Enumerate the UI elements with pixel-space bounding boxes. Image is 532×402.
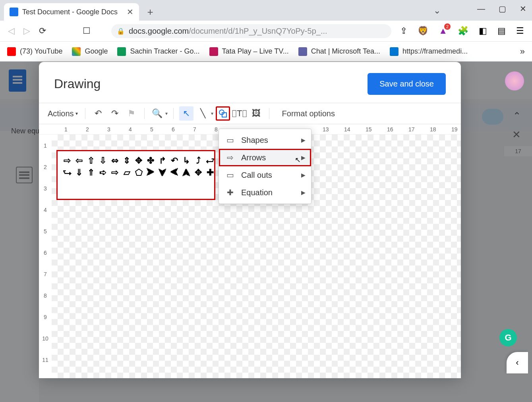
youtube-icon bbox=[7, 47, 16, 56]
arrow-shape-option[interactable]: ⇨ bbox=[109, 167, 120, 178]
arrow-shape-option[interactable]: ⮐ bbox=[205, 155, 216, 166]
arrow-shape-option[interactable]: ⇕ bbox=[121, 155, 132, 166]
arrow-shape-option[interactable]: ⇩ bbox=[97, 155, 108, 166]
extensions-icon[interactable]: 🧩 bbox=[458, 26, 468, 36]
brave-shield-icon[interactable]: 🦁 bbox=[418, 26, 428, 36]
menu-icon[interactable]: ☰ bbox=[516, 26, 524, 36]
paint-format-icon[interactable]: ⚑ bbox=[124, 106, 139, 121]
wallet-icon[interactable]: ▤ bbox=[497, 26, 506, 36]
arrow-shape-option[interactable]: ↶ bbox=[169, 155, 180, 166]
redo-icon[interactable]: ↷ bbox=[108, 106, 122, 121]
bookmark-sheets[interactable]: Sachin Tracker - Go... bbox=[117, 47, 199, 56]
dialog-header: Drawing Save and close bbox=[39, 62, 461, 103]
arrow-shape-option[interactable]: ⇔ bbox=[109, 155, 120, 166]
arrow-shape-option[interactable]: ⇨ bbox=[62, 155, 73, 166]
zoom-icon[interactable]: 🔍 bbox=[150, 106, 164, 121]
brave-rewards-icon[interactable]: ▲2 bbox=[439, 26, 447, 36]
arrow-shape-option[interactable]: ⮜ bbox=[169, 167, 180, 178]
arrow-shape-option[interactable]: ✥ bbox=[193, 167, 204, 178]
bookmark-onedrive[interactable]: https://framedmedi... bbox=[390, 47, 468, 56]
arrow-shape-option[interactable]: ⇦ bbox=[74, 155, 85, 166]
arrow-shape-option[interactable]: ✤ bbox=[145, 155, 156, 166]
arrow-shape-option[interactable]: ⮟ bbox=[157, 167, 168, 178]
arrow-shape-option[interactable]: ⮞ bbox=[145, 167, 156, 178]
equation-bar-close-icon[interactable]: ✕ bbox=[512, 129, 521, 141]
menu-item-shapes[interactable]: ▭ Shapes ▶ bbox=[219, 131, 311, 149]
tab-dropdown-icon[interactable]: ⌄ bbox=[433, 6, 441, 16]
bookmark-teams[interactable]: Chat | Microsoft Tea... bbox=[298, 47, 380, 56]
grammarly-badge-icon[interactable]: G bbox=[499, 329, 517, 346]
toolbar-right-icons: ⇪ 🦁 ▲2 🧩 ◧ ▤ ☰ bbox=[400, 26, 524, 36]
forward-icon[interactable]: ▷ bbox=[23, 26, 30, 36]
minimize-icon[interactable]: — bbox=[477, 4, 485, 13]
format-options-button[interactable]: Format options bbox=[282, 109, 335, 118]
window-controls: — ▢ ✕ bbox=[477, 4, 526, 13]
arrow-shape-option[interactable]: ⤴ bbox=[193, 155, 204, 166]
undo-icon[interactable]: ↶ bbox=[91, 106, 105, 121]
new-tab-button[interactable]: + bbox=[143, 5, 157, 19]
arrow-shape-option[interactable]: ↳ bbox=[181, 155, 192, 166]
arrow-shape-option[interactable]: ⇧ bbox=[85, 155, 97, 166]
arrow-shape-option[interactable]: ⮝ bbox=[181, 167, 192, 178]
url-field[interactable]: 🔒 docs.google.com/document/d/1hP_y_UsnQ7… bbox=[111, 24, 391, 38]
arrow-grid: ⇨⇦⇧⇩⇔⇕✥✤↱↶↳⤴⮐⮑⇓⇑➪⇨▱⬠⮞⮟⮜⮝✥✚ bbox=[62, 155, 210, 178]
badge-count: 2 bbox=[444, 23, 451, 30]
submenu-arrow-icon: ▶ bbox=[301, 154, 306, 161]
tataplay-icon bbox=[209, 47, 218, 56]
sidebar-icon[interactable]: ◧ bbox=[479, 26, 487, 36]
submenu-arrow-icon: ▶ bbox=[301, 137, 306, 143]
shapes-icon: ▭ bbox=[225, 135, 235, 145]
reload-icon[interactable]: ⟳ bbox=[39, 26, 46, 36]
share-icon[interactable]: ⇪ bbox=[400, 26, 407, 36]
profile-avatar[interactable] bbox=[505, 71, 524, 90]
browser-chrome: Test Document - Google Docs ✕ + ⌄ — ▢ ✕ … bbox=[0, 0, 532, 62]
actions-menu-button[interactable]: Actions▾ bbox=[46, 107, 79, 121]
close-window-icon[interactable]: ✕ bbox=[520, 4, 526, 13]
drawing-toolbar: Actions▾ ↶ ↷ ⚑ 🔍 ▾ ↖ ╲ ▾ ⌷T⌷ 🖼 Format op… bbox=[39, 103, 461, 124]
save-and-close-button[interactable]: Save and close bbox=[368, 73, 446, 95]
tab-title: Test Document - Google Docs bbox=[22, 8, 123, 16]
arrow-shape-option[interactable]: ⇓ bbox=[74, 167, 85, 178]
address-bar: ◁ ▷ ⟳ ☐ 🔒 docs.google.com/document/d/1hP… bbox=[0, 21, 532, 41]
bookmarks-overflow-icon[interactable]: » bbox=[520, 46, 525, 57]
arrow-shape-option[interactable]: ⮑ bbox=[62, 167, 73, 178]
bookmark-tata[interactable]: Tata Play – Live TV... bbox=[209, 47, 289, 56]
tab-bar: Test Document - Google Docs ✕ + ⌄ — ▢ ✕ bbox=[0, 0, 532, 21]
arrow-shape-option[interactable]: ⇑ bbox=[85, 167, 97, 178]
separator bbox=[144, 108, 145, 119]
google-icon bbox=[72, 47, 81, 56]
shape-tool-icon[interactable] bbox=[216, 106, 230, 121]
maximize-icon[interactable]: ▢ bbox=[499, 4, 506, 13]
bookmark-youtube[interactable]: (73) YouTube bbox=[7, 47, 62, 56]
arrows-palette: ⇨⇦⇧⇩⇔⇕✥✤↱↶↳⤴⮐⮑⇓⇑➪⇨▱⬠⮞⮟⮜⮝✥✚ bbox=[56, 150, 215, 200]
arrow-shape-option[interactable]: ▱ bbox=[121, 167, 132, 178]
line-tool-icon[interactable]: ╲ bbox=[196, 106, 210, 121]
close-tab-icon[interactable]: ✕ bbox=[127, 7, 133, 17]
select-tool-icon[interactable]: ↖ bbox=[179, 106, 193, 121]
separator bbox=[85, 108, 85, 119]
image-tool-icon[interactable]: 🖼 bbox=[249, 106, 263, 121]
url-text: docs.google.com/document/d/1hP_y_UsnQ7Yo… bbox=[129, 27, 327, 36]
arrow-shape-option[interactable]: ⬠ bbox=[133, 167, 144, 178]
zoom-dropdown-icon[interactable]: ▾ bbox=[165, 111, 168, 116]
menu-item-callouts[interactable]: ▭ Call outs ▶ bbox=[219, 166, 311, 184]
line-dropdown-icon[interactable]: ▾ bbox=[211, 111, 213, 116]
back-icon[interactable]: ◁ bbox=[8, 26, 15, 36]
arrow-shape-option[interactable]: ➪ bbox=[97, 167, 108, 178]
browser-tab[interactable]: Test Document - Google Docs ✕ bbox=[4, 3, 139, 21]
explore-fab-icon[interactable]: ‹ bbox=[507, 352, 528, 373]
bookmark-icon[interactable]: ☐ bbox=[83, 26, 91, 36]
arrows-icon: ⇨ bbox=[225, 153, 235, 162]
menu-item-equation[interactable]: ✚ Equation ▶ bbox=[219, 184, 311, 201]
arrow-shape-option[interactable]: ✚ bbox=[205, 167, 216, 178]
arrow-shape-option[interactable]: ↱ bbox=[157, 155, 168, 166]
dialog-title: Drawing bbox=[54, 77, 101, 91]
arrow-shape-option[interactable]: ✥ bbox=[133, 155, 144, 166]
menu-item-arrows[interactable]: ⇨ Arrows ▶ bbox=[219, 149, 311, 166]
shape-dropdown-menu: ▭ Shapes ▶ ⇨ Arrows ▶ ▭ Call outs ▶ ✚ Eq… bbox=[219, 129, 311, 204]
textbox-tool-icon[interactable]: ⌷T⌷ bbox=[232, 106, 247, 121]
svg-rect-1 bbox=[222, 113, 226, 117]
bookmark-google[interactable]: Google bbox=[72, 47, 108, 56]
vertical-ruler: 1 2 3 4 5 6 7 8 9 10 11 bbox=[39, 135, 52, 378]
drawing-dialog: Drawing Save and close Actions▾ ↶ ↷ ⚑ 🔍 … bbox=[39, 62, 461, 378]
